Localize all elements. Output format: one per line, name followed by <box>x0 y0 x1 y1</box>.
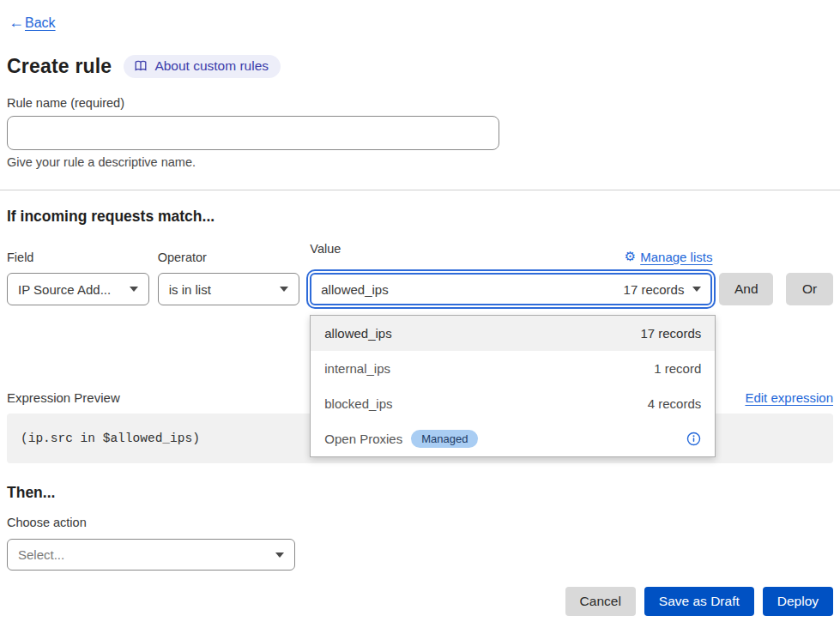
back-link[interactable]: ←Back <box>9 14 56 32</box>
list-option-blocked-ips[interactable]: blocked_ips 4 records <box>311 386 715 421</box>
list-option-name: allowed_ips <box>324 326 640 341</box>
title-row: Create rule About custom rules <box>7 55 833 78</box>
edit-expression-link[interactable]: Edit expression <box>745 390 833 405</box>
operator-label: Operator <box>158 251 300 264</box>
list-option-record-count: 17 records <box>640 326 701 341</box>
operator-column: Operator is in list <box>158 251 300 305</box>
operator-select-value: is in list <box>169 282 272 297</box>
back-label: Back <box>25 15 56 31</box>
chevron-down-icon <box>280 287 288 292</box>
book-icon <box>134 59 148 73</box>
choose-action-label: Choose action <box>7 516 833 529</box>
field-select[interactable]: IP Source Add... <box>7 273 149 305</box>
action-select[interactable]: Select... <box>7 539 295 571</box>
list-option-record-count: 1 record <box>654 361 701 376</box>
value-column: Value ⚙ Manage lists allowed_ips 17 reco… <box>310 242 712 305</box>
back-arrow-icon: ← <box>9 14 24 32</box>
create-rule-page: ←Back Create rule About custom rules Rul… <box>0 0 840 634</box>
then-section-heading: Then... <box>7 484 833 502</box>
deploy-button[interactable]: Deploy <box>763 587 833 616</box>
rule-name-helper: Give your rule a descriptive name. <box>7 155 833 169</box>
page-title: Create rule <box>7 55 112 78</box>
value-label-row: Value ⚙ Manage lists <box>310 242 712 264</box>
list-option-name: blocked_ips <box>324 396 647 411</box>
gear-icon: ⚙ <box>625 249 636 264</box>
about-custom-rules-link[interactable]: About custom rules <box>124 55 281 78</box>
and-button[interactable]: And <box>719 273 773 305</box>
chevron-down-icon <box>275 552 284 558</box>
cancel-button[interactable]: Cancel <box>565 587 636 616</box>
value-label: Value <box>310 242 341 256</box>
value-select-value: allowed_ips <box>321 282 613 297</box>
match-section-heading: If incoming requests match... <box>7 208 833 226</box>
managed-badge: Managed <box>411 430 478 448</box>
expression-preview-label: Expression Preview <box>7 390 120 405</box>
chevron-down-icon <box>130 287 138 292</box>
list-option-open-proxies[interactable]: Open Proxies Managed <box>311 421 715 456</box>
rule-name-input[interactable] <box>7 116 499 150</box>
chevron-down-icon <box>692 287 701 292</box>
about-custom-rules-label: About custom rules <box>154 58 269 74</box>
manage-lists-label: Manage lists <box>640 250 712 264</box>
list-option-internal-ips[interactable]: internal_ips 1 record <box>311 351 715 386</box>
expression-code: (ip.src in $allowed_ips) <box>21 432 200 445</box>
save-as-draft-button[interactable]: Save as Draft <box>644 587 754 616</box>
section-divider <box>0 190 840 190</box>
value-select[interactable]: allowed_ips 17 records <box>310 273 712 305</box>
operator-select[interactable]: is in list <box>158 273 300 305</box>
field-label: Field <box>7 251 149 264</box>
list-option-allowed-ips[interactable]: allowed_ips 17 records <box>311 316 715 351</box>
list-option-name: Open Proxies <box>324 432 402 446</box>
info-icon[interactable] <box>686 432 701 446</box>
rule-name-label: Rule name (required) <box>7 96 833 110</box>
action-select-placeholder: Select... <box>18 547 267 562</box>
footer-actions: Cancel Save as Draft Deploy <box>7 587 833 616</box>
list-option-name: internal_ips <box>324 361 654 376</box>
list-option-record-count: 4 records <box>648 396 702 411</box>
field-column: Field IP Source Add... <box>7 251 149 305</box>
match-row: Field IP Source Add... Operator is in li… <box>7 242 833 305</box>
value-select-record-count: 17 records <box>624 282 685 297</box>
field-select-value: IP Source Add... <box>18 282 121 297</box>
list-dropdown: allowed_ips 17 records internal_ips 1 re… <box>310 315 716 457</box>
or-button[interactable]: Or <box>786 273 833 305</box>
value-select-anchor: allowed_ips 17 records allowed_ips 17 re… <box>310 273 712 305</box>
manage-lists-link[interactable]: ⚙ Manage lists <box>625 249 713 264</box>
